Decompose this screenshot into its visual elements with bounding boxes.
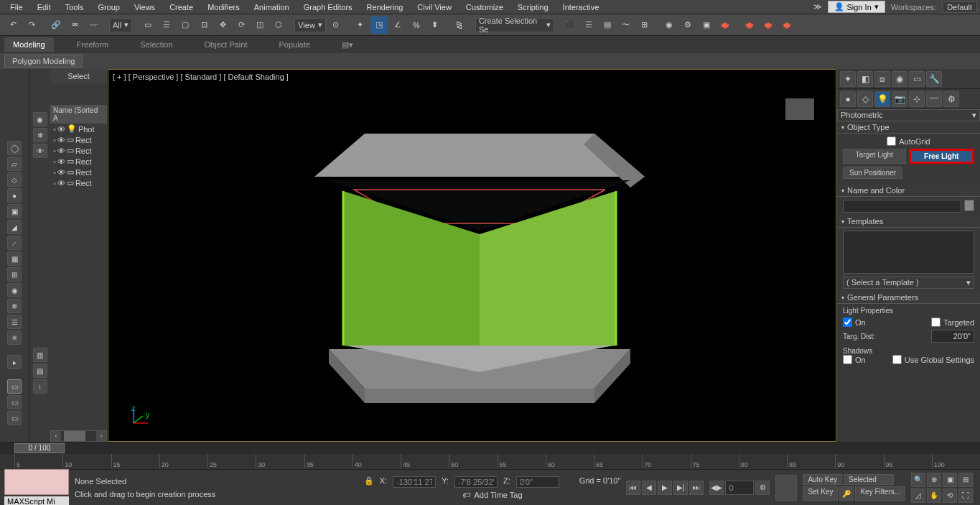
menu-file[interactable]: File (3, 1, 30, 13)
frame-input[interactable] (725, 481, 754, 495)
name-color-header[interactable]: ▾Name and Color (837, 185, 980, 197)
list-item[interactable]: ◦👁💡Phot (50, 124, 107, 134)
sign-in-button[interactable]: 👤 Sign In ▾ (828, 1, 885, 13)
modify-tab-icon[interactable]: ◧ (857, 71, 873, 87)
spinner-snap-button[interactable]: ⬍ (426, 17, 444, 34)
align-button[interactable]: ⬛ (561, 17, 579, 34)
zoom-button[interactable]: 🔍 (911, 473, 925, 487)
menu-animation[interactable]: Animation (247, 1, 297, 13)
select-rotate-button[interactable]: ⟳ (233, 17, 250, 34)
expand-icon[interactable]: ▸ (7, 355, 22, 369)
ribbon-freeform[interactable]: Freeform (68, 37, 118, 52)
time-config-button[interactable]: ⚙ (755, 481, 770, 495)
auto-key-button[interactable]: Auto Key (803, 474, 842, 485)
display-helpers-icon[interactable]: ◢ (7, 220, 22, 234)
create-tab-icon[interactable]: ✦ (840, 71, 856, 87)
scene-display-icon[interactable]: ◉ (33, 112, 47, 126)
render-frame-button[interactable]: ▣ (698, 17, 715, 34)
selection-lock-icon[interactable]: ▭ (7, 379, 22, 394)
maximize-button[interactable]: ⛶ (958, 488, 973, 503)
list-item[interactable]: ◦👁▭Rect (50, 156, 107, 167)
maxscript-panel[interactable] (4, 469, 69, 495)
display-layer-icon[interactable]: ✳ (7, 330, 22, 345)
target-light-button[interactable]: Target Light (843, 149, 906, 164)
display-cameras-icon[interactable]: ▣ (7, 204, 22, 218)
scene-hscroll[interactable]: ‹ › (50, 430, 107, 442)
spacewarps-icon[interactable]: 〰 (926, 91, 942, 107)
scene-hide-icon[interactable]: 👁 (33, 144, 47, 158)
sun-positioner-button[interactable]: Sun Positioner (843, 167, 902, 179)
render-iter-button[interactable]: 🫖 (760, 17, 777, 34)
menu-scripting[interactable]: Scripting (510, 1, 556, 13)
shadows-on-checkbox[interactable] (843, 355, 852, 364)
hierarchy-tab-icon[interactable]: ⧈ (874, 71, 890, 87)
menu-group[interactable]: Group (90, 1, 127, 13)
fov-button[interactable]: ◿ (911, 488, 925, 503)
schematic-button[interactable]: ⊞ (636, 17, 653, 34)
menu-rendering[interactable]: Rendering (360, 1, 411, 13)
list-item[interactable]: ◦👁▭Rect (50, 167, 107, 177)
key-filter-icon[interactable]: 🔑 (839, 486, 854, 501)
menu-interactive[interactable]: Interactive (556, 1, 607, 13)
manip-button[interactable]: ✦ (352, 17, 369, 34)
time-ruler[interactable]: 5 10 15 20 25 30 35 40 45 50 55 60 65 70… (0, 454, 980, 468)
templates-header[interactable]: ▾Templates (837, 216, 980, 228)
key-mode-button[interactable]: ◀▶ (709, 481, 724, 495)
display-all-icon[interactable]: ◯ (7, 141, 22, 155)
mirror-button[interactable]: ⧎ (451, 17, 468, 34)
y-input[interactable] (454, 476, 498, 488)
material-editor-button[interactable]: ◉ (661, 17, 678, 34)
scroll-thumb[interactable] (64, 431, 85, 441)
light-on-checkbox[interactable] (843, 318, 852, 327)
menu-edit[interactable]: Edit (30, 1, 58, 13)
set-key-big-button[interactable] (775, 475, 797, 501)
time-slider[interactable]: 0 / 100 (0, 443, 980, 454)
ribbon-expand-icon[interactable]: ▤▾ (333, 37, 362, 52)
render-online-button[interactable]: 🫖 (778, 17, 795, 34)
scroll-left-icon[interactable]: ‹ (51, 431, 61, 441)
pivot-button[interactable]: ⊙ (327, 17, 345, 34)
select-name-button[interactable]: ☰ (158, 17, 175, 34)
snap-button[interactable]: ◳ (370, 17, 388, 34)
key-mode-dropdown[interactable]: Selected (844, 474, 894, 485)
viewport-label[interactable]: [ + ] [ Perspective ] [ Standard ] [ Def… (113, 73, 289, 81)
viewport[interactable]: [ + ] [ Perspective ] [ Standard ] [ Def… (108, 69, 836, 442)
systems-icon[interactable]: ⚙ (943, 91, 959, 107)
helpers-icon[interactable]: ⊹ (909, 91, 925, 107)
ribbon-selection[interactable]: Selection (131, 37, 181, 52)
render-setup-button[interactable]: ⚙ (679, 17, 696, 34)
template-listbox[interactable] (843, 231, 974, 274)
filter-dropdown[interactable]: All ▾ (109, 18, 132, 32)
bind-button[interactable]: 〰 (85, 17, 102, 34)
layers-button[interactable]: ☰ (580, 17, 597, 34)
scroll-right-icon[interactable]: › (96, 431, 106, 441)
workspace-dropdown[interactable]: Default (942, 1, 977, 13)
layer-explorer-button[interactable]: ▤ (599, 17, 616, 34)
selection-set-dropdown[interactable]: Create Selection Se ▾ (475, 18, 554, 32)
polygon-modeling-tab[interactable]: Polygon Modeling (4, 55, 83, 68)
viewcube[interactable] (785, 98, 814, 120)
object-color-swatch[interactable] (964, 200, 975, 211)
display-frozen-icon[interactable]: ❄ (7, 299, 22, 313)
time-handle[interactable]: 0 / 100 (14, 443, 65, 453)
link-button[interactable]: 🔗 (47, 17, 65, 34)
general-params-header[interactable]: ▾General Parameters (837, 292, 980, 304)
scene-freeze-icon[interactable]: ❄ (33, 128, 47, 142)
lights-icon[interactable]: 💡 (874, 91, 890, 107)
template-dropdown[interactable]: ( Select a Template )▾ (843, 277, 974, 289)
category-dropdown[interactable]: Photometric▾ (837, 109, 980, 121)
menu-graph[interactable]: Graph Editors (297, 1, 360, 13)
list-item[interactable]: ◦👁▭Rect (50, 177, 107, 188)
object-name-input[interactable] (843, 200, 961, 213)
unlink-button[interactable]: ⚮ (66, 17, 83, 34)
ribbon-modeling[interactable]: Modeling (4, 37, 54, 52)
maxscript-label[interactable]: MAXScript Mi (4, 496, 69, 506)
ribbon-objectpaint[interactable]: Object Paint (196, 37, 256, 52)
display-hidden-icon[interactable]: ☰ (7, 315, 22, 329)
render-button[interactable]: 🫖 (717, 17, 734, 34)
next-frame-button[interactable]: ▶| (673, 481, 688, 495)
targ-dist-input[interactable] (931, 330, 974, 343)
orbit-button[interactable]: ⟲ (943, 488, 957, 503)
undo-button[interactable]: ↶ (4, 17, 22, 34)
display-bones-icon[interactable]: ⟋ (7, 236, 22, 250)
